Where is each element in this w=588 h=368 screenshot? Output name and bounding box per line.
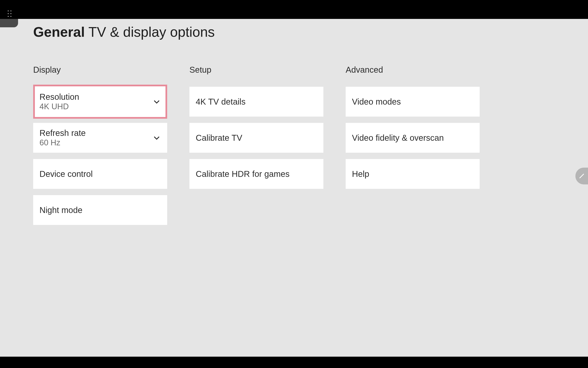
help-label: Help	[352, 169, 369, 179]
resolution-label: Resolution	[39, 92, 79, 101]
title-category: General	[33, 24, 85, 40]
top-bar	[0, 0, 588, 19]
video-modes-label: Video modes	[352, 97, 401, 107]
chevron-down-icon	[153, 134, 161, 142]
refresh-rate-dropdown[interactable]: Refresh rate 60 Hz	[33, 123, 167, 153]
refresh-rate-label: Refresh rate	[39, 128, 86, 138]
column-header-setup: Setup	[190, 65, 323, 74]
device-control-label: Device control	[39, 169, 93, 179]
pencil-icon	[578, 172, 586, 180]
help-button[interactable]: Help	[346, 159, 480, 189]
column-display: Display Resolution 4K UHD Refresh rate 6…	[33, 65, 167, 231]
refresh-rate-value: 60 Hz	[39, 138, 86, 147]
chevron-down-icon	[153, 97, 161, 106]
calibrate-tv-button[interactable]: Calibrate TV	[190, 123, 323, 153]
column-header-advanced: Advanced	[346, 65, 480, 74]
tab-indicator[interactable]	[0, 19, 18, 27]
calibrate-tv-label: Calibrate TV	[196, 133, 242, 143]
svg-line-0	[580, 174, 584, 178]
page-title: General TV & display options	[33, 24, 215, 40]
title-section: TV & display options	[88, 24, 215, 40]
column-header-display: Display	[33, 65, 167, 74]
device-control-button[interactable]: Device control	[33, 159, 167, 189]
resolution-value: 4K UHD	[39, 102, 79, 111]
column-advanced: Advanced Video modes Video fidelity & ov…	[346, 65, 480, 231]
column-setup: Setup 4K TV details Calibrate TV Calibra…	[190, 65, 323, 231]
resolution-dropdown[interactable]: Resolution 4K UHD	[33, 85, 167, 119]
drag-handle-icon[interactable]	[7, 9, 12, 18]
night-mode-button[interactable]: Night mode	[33, 195, 167, 225]
calibrate-hdr-button[interactable]: Calibrate HDR for games	[190, 159, 323, 189]
video-fidelity-label: Video fidelity & overscan	[352, 133, 444, 143]
video-fidelity-button[interactable]: Video fidelity & overscan	[346, 123, 480, 153]
bottom-bar	[0, 357, 588, 368]
4k-tv-details-label: 4K TV details	[196, 97, 245, 107]
calibrate-hdr-label: Calibrate HDR for games	[196, 169, 289, 179]
4k-tv-details-button[interactable]: 4K TV details	[190, 87, 323, 117]
night-mode-label: Night mode	[39, 205, 82, 215]
video-modes-button[interactable]: Video modes	[346, 87, 480, 117]
